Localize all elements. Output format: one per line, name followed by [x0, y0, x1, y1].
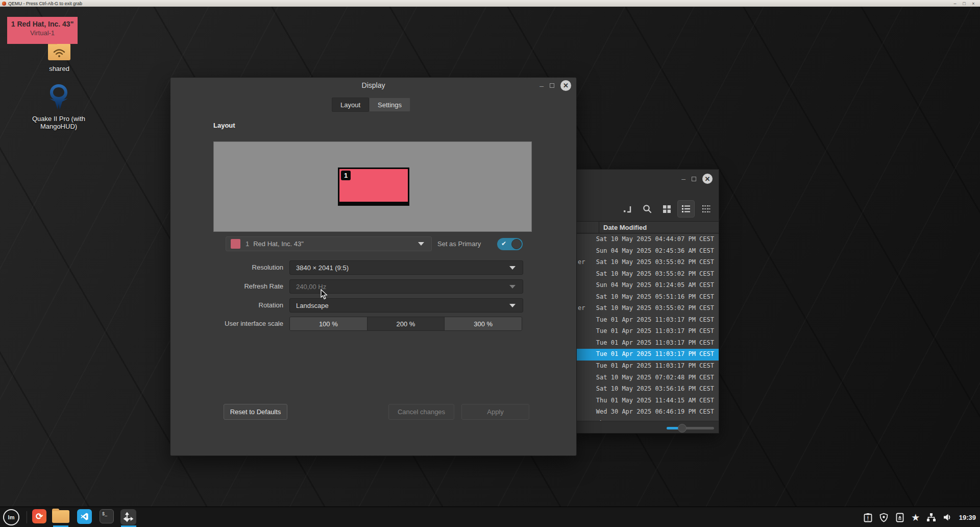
chevron-down-icon	[418, 242, 424, 246]
cancel-changes-button[interactable]: Cancel changes	[388, 404, 454, 420]
taskbar: lm ⟳ $_ !	[0, 507, 980, 527]
fm-minimize-button[interactable]: –	[681, 176, 685, 181]
osd-output-name: Virtual-1	[7, 29, 78, 37]
mint-menu-button[interactable]: lm	[3, 509, 19, 525]
chevron-down-icon	[509, 285, 516, 289]
file-row[interactable]: Sat 10 May 2025 03:55:02 PM CEST	[574, 269, 719, 280]
file-row[interactable]: Sun 04 May 2025 01:24:05 AM CEST	[574, 280, 719, 292]
file-row[interactable]: Thu 01 May 2025 11:44:15 AM CEST	[574, 395, 719, 407]
file-row[interactable]: Sat 10 May 2025 04:44:07 PM CEST	[574, 234, 719, 246]
tab-layout[interactable]: Layout	[332, 98, 369, 112]
file-row[interactable]: Sat 10 May 2025 05:51:16 PM CEST	[574, 292, 719, 303]
dialog-title: Display	[170, 81, 576, 89]
qemu-title: QEMU - Press Ctrl-Alt-G to exit grab	[8, 1, 82, 6]
desktop-icon-shared[interactable]: shared	[43, 43, 76, 73]
folder-icon	[52, 510, 69, 523]
shared-folder-icon	[48, 43, 70, 60]
axes-arrows-icon	[123, 512, 134, 522]
qemu-close-button[interactable]: ×	[969, 1, 978, 6]
file-manager-titlebar[interactable]: – ✕	[574, 170, 719, 184]
display-settings-app-icon[interactable]	[120, 509, 136, 525]
ui-scale-segmented-control: 100 % 200 % 300 %	[289, 317, 522, 331]
network-shares-icon[interactable]	[926, 512, 937, 522]
qemu-logo-icon	[2, 2, 6, 6]
file-row[interactable]: Sat 10 May 2025 03:56:16 PM CEST	[574, 384, 719, 395]
file-row[interactable]: Tue 01 Apr 2025 11:03:17 PM CEST	[574, 361, 719, 372]
file-manager-window: – ✕	[574, 169, 719, 434]
set-as-primary-toggle[interactable]: ✔	[497, 238, 523, 250]
file-row[interactable]: Tue 01 Apr 2025 11:03:17 PM CEST	[574, 315, 719, 326]
chevron-down-icon	[509, 266, 516, 270]
firewall-shield-icon[interactable]	[879, 512, 889, 522]
apply-button[interactable]: Apply	[461, 404, 529, 420]
file-row-selected[interactable]: Tue 01 Apr 2025 11:03:17 PM CEST	[574, 349, 719, 361]
file-row[interactable]: Tue 01 Apr 2025 11:03:17 PM CEST	[574, 326, 719, 338]
file-row[interactable]: Wed 30 Apr 2025 06:46:19 PM CEST	[574, 406, 719, 418]
dialog-maximize-button[interactable]	[550, 83, 554, 88]
scale-option-300[interactable]: 300 %	[445, 317, 522, 330]
system-tray: ! ★	[863, 507, 978, 527]
quake2-logo-icon	[47, 83, 70, 111]
update-manager-clipboard-icon[interactable]: !	[863, 512, 873, 522]
monitor-name: Red Hat, Inc. 43"	[253, 240, 418, 248]
mouse-cursor	[321, 289, 328, 300]
file-row[interactable]: Sat 10 May 2025 07:02:48 PM CEST	[574, 372, 719, 384]
dialog-close-button[interactable]: ✕	[560, 80, 571, 91]
file-row[interactable]: Sun 04 May 2025 02:45:36 AM CEST	[574, 246, 719, 257]
desktop-icon-quake2pro[interactable]: Quake II Pro (with MangoHUD)	[28, 83, 89, 130]
qemu-minimize-button[interactable]: –	[950, 1, 960, 6]
column-separator[interactable]	[599, 222, 599, 233]
qemu-titlebar: QEMU - Press Ctrl-Alt-G to exit grab – □…	[0, 0, 980, 7]
removable-media-eject-icon[interactable]	[895, 512, 905, 522]
wifi-emblem-icon	[53, 49, 65, 58]
dialog-titlebar[interactable]: Display – ✕	[170, 78, 576, 93]
scale-option-200[interactable]: 200 %	[368, 317, 445, 330]
file-row[interactable]: erSat 10 May 2025 03:55:02 PM CEST	[574, 257, 719, 269]
fm-maximize-button[interactable]	[692, 177, 696, 181]
resolution-dropdown[interactable]: 3840 × 2041 (9:5)	[289, 260, 523, 275]
zoom-slider-knob[interactable]	[678, 424, 687, 433]
qemu-maximize-button[interactable]: □	[960, 1, 969, 6]
chevron-down-icon	[509, 304, 516, 307]
fm-close-button[interactable]: ✕	[702, 174, 713, 184]
reset-to-defaults-button[interactable]: Reset to Defaults	[224, 404, 287, 420]
tab-settings[interactable]: Settings	[369, 98, 410, 112]
set-as-primary-label: Set as Primary	[437, 236, 494, 251]
grid-view-icon[interactable]	[658, 200, 675, 218]
monitor-rectangle[interactable]: 1	[338, 167, 409, 206]
rotation-dropdown[interactable]: Landscape	[289, 298, 523, 313]
display-settings-dialog: Display – ✕ Layout Settings Layout 1 1 R…	[170, 77, 577, 456]
monitor-number-badge: 1	[341, 171, 351, 180]
rotation-label: Rotation	[176, 301, 283, 309]
display-identify-osd: 1 Red Hat, Inc. 43" Virtual-1	[7, 17, 78, 44]
firefox-launcher-icon[interactable]: ⟳	[32, 509, 46, 523]
osd-display-name: 1 Red Hat, Inc. 43"	[7, 20, 78, 28]
file-row[interactable]: Tue 01 Apr 2025 11:03:17 PM CEST	[574, 338, 719, 349]
monitor-number: 1	[246, 240, 249, 248]
location-entry-icon[interactable]	[619, 200, 636, 218]
vscode-launcher-icon[interactable]	[77, 509, 92, 524]
terminal-launcher-icon[interactable]: $_	[100, 509, 114, 523]
monitor-select-dropdown[interactable]: 1 Red Hat, Inc. 43"	[226, 236, 432, 251]
dialog-minimize-button[interactable]: –	[540, 83, 544, 88]
monitor-color-swatch	[231, 239, 240, 249]
scale-option-100[interactable]: 100 %	[290, 317, 368, 330]
column-header-date-modified[interactable]: Date Modified	[574, 221, 719, 233]
file-row[interactable]: erSat 10 May 2025 03:55:02 PM CEST	[574, 303, 719, 315]
list-view-icon[interactable]	[677, 200, 695, 218]
file-manager-launcher-icon[interactable]	[52, 509, 70, 523]
monitor-layout-preview: 1	[213, 141, 532, 232]
star-icon[interactable]: ★	[911, 512, 921, 522]
check-icon: ✔	[501, 240, 506, 247]
search-icon[interactable]	[639, 200, 656, 218]
compact-view-icon[interactable]	[697, 200, 715, 218]
file-manager-toolbar	[574, 198, 719, 220]
svg-text:!: !	[867, 515, 869, 521]
clock[interactable]: 19:39	[959, 514, 976, 521]
taskbar-separator	[27, 511, 27, 523]
resolution-label: Resolution	[176, 264, 283, 271]
file-manager-statusbar	[574, 421, 719, 434]
shared-icon-label: shared	[43, 65, 76, 73]
volume-speaker-icon[interactable]	[942, 512, 952, 522]
zoom-slider[interactable]	[667, 427, 714, 429]
